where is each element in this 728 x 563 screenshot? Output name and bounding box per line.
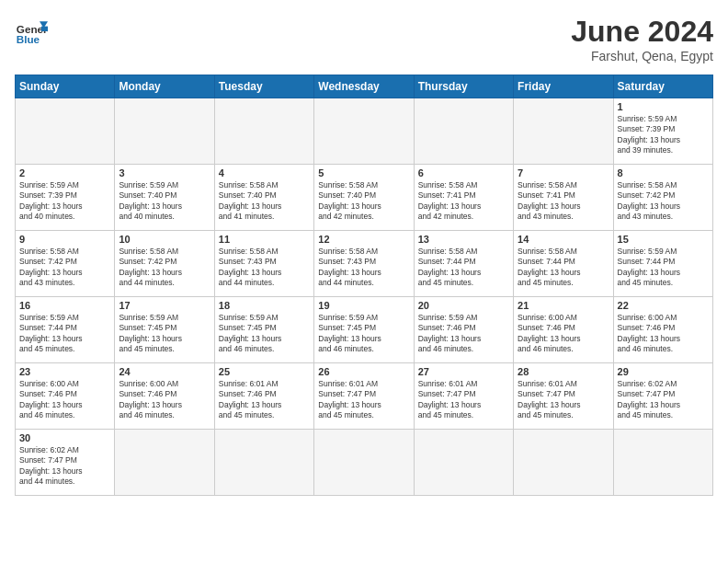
day-info: Sunrise: 5:59 AMSunset: 7:45 PMDaylight:… [119, 313, 210, 355]
calendar-cell: 21Sunrise: 6:00 AMSunset: 7:46 PMDayligh… [514, 297, 613, 363]
weekday-header-saturday: Saturday [613, 75, 712, 98]
day-number: 23 [19, 366, 110, 377]
calendar-row: 2Sunrise: 5:59 AMSunset: 7:39 PMDaylight… [16, 165, 713, 231]
day-number: 25 [219, 366, 310, 377]
svg-marker-3 [41, 27, 48, 31]
weekday-header-row: SundayMondayTuesdayWednesdayThursdayFrid… [16, 75, 713, 98]
day-info: Sunrise: 5:58 AMSunset: 7:44 PMDaylight:… [418, 247, 509, 289]
location-subtitle: Farshut, Qena, Egypt [571, 49, 713, 63]
day-number: 4 [219, 167, 310, 178]
calendar-cell: 22Sunrise: 6:00 AMSunset: 7:46 PMDayligh… [613, 297, 712, 363]
day-info: Sunrise: 5:59 AMSunset: 7:44 PMDaylight:… [618, 247, 709, 289]
calendar-table: SundayMondayTuesdayWednesdayThursdayFrid… [15, 75, 713, 496]
day-info: Sunrise: 5:58 AMSunset: 7:43 PMDaylight:… [219, 247, 310, 289]
day-info: Sunrise: 5:59 AMSunset: 7:44 PMDaylight:… [19, 313, 110, 355]
day-info: Sunrise: 6:02 AMSunset: 7:47 PMDaylight:… [618, 379, 709, 421]
day-info: Sunrise: 6:00 AMSunset: 7:46 PMDaylight:… [19, 379, 110, 421]
svg-text:Blue: Blue [17, 33, 40, 45]
calendar-cell: 9Sunrise: 5:58 AMSunset: 7:42 PMDaylight… [16, 231, 115, 297]
calendar-cell: 12Sunrise: 5:58 AMSunset: 7:43 PMDayligh… [314, 231, 414, 297]
day-info: Sunrise: 5:59 AMSunset: 7:45 PMDaylight:… [219, 313, 310, 355]
calendar-cell: 14Sunrise: 5:58 AMSunset: 7:44 PMDayligh… [514, 231, 613, 297]
day-info: Sunrise: 5:58 AMSunset: 7:41 PMDaylight:… [518, 180, 609, 223]
day-number: 16 [19, 300, 110, 311]
calendar-row: 23Sunrise: 6:00 AMSunset: 7:46 PMDayligh… [16, 363, 713, 430]
day-number: 27 [418, 366, 509, 377]
day-info: Sunrise: 6:01 AMSunset: 7:47 PMDaylight:… [518, 379, 609, 421]
title-area: June 2024 Farshut, Qena, Egypt [571, 15, 713, 63]
day-number: 1 [618, 101, 709, 112]
day-number: 28 [518, 366, 609, 377]
day-number: 5 [318, 167, 409, 178]
page-header: General Blue June 2024 Farshut, Qena, Eg… [15, 15, 713, 63]
day-number: 26 [318, 366, 409, 377]
calendar-cell [314, 98, 414, 165]
weekday-header-sunday: Sunday [16, 75, 115, 98]
calendar-cell [414, 430, 513, 496]
day-number: 8 [618, 167, 709, 178]
calendar-cell: 15Sunrise: 5:59 AMSunset: 7:44 PMDayligh… [613, 231, 712, 297]
calendar-cell: 8Sunrise: 5:58 AMSunset: 7:42 PMDaylight… [613, 165, 712, 231]
day-info: Sunrise: 5:58 AMSunset: 7:41 PMDaylight:… [418, 180, 509, 223]
day-info: Sunrise: 5:59 AMSunset: 7:39 PMDaylight:… [618, 114, 709, 156]
calendar-cell [16, 98, 115, 165]
day-number: 11 [219, 234, 310, 245]
day-info: Sunrise: 5:58 AMSunset: 7:40 PMDaylight:… [318, 180, 409, 223]
day-info: Sunrise: 5:59 AMSunset: 7:40 PMDaylight:… [119, 180, 210, 223]
calendar-cell: 28Sunrise: 6:01 AMSunset: 7:47 PMDayligh… [514, 363, 613, 430]
day-info: Sunrise: 6:01 AMSunset: 7:47 PMDaylight:… [318, 379, 409, 421]
day-number: 30 [19, 432, 110, 443]
day-info: Sunrise: 5:59 AMSunset: 7:45 PMDaylight:… [318, 313, 409, 355]
day-number: 13 [418, 234, 509, 245]
day-number: 20 [418, 300, 509, 311]
calendar-cell [414, 98, 513, 165]
logo: General Blue [15, 15, 48, 48]
day-number: 22 [618, 300, 709, 311]
day-info: Sunrise: 5:59 AMSunset: 7:46 PMDaylight:… [418, 313, 509, 355]
day-number: 9 [19, 234, 110, 245]
calendar-cell: 27Sunrise: 6:01 AMSunset: 7:47 PMDayligh… [414, 363, 513, 430]
day-info: Sunrise: 6:00 AMSunset: 7:46 PMDaylight:… [119, 379, 210, 421]
calendar-cell: 20Sunrise: 5:59 AMSunset: 7:46 PMDayligh… [414, 297, 513, 363]
day-info: Sunrise: 5:59 AMSunset: 7:39 PMDaylight:… [19, 180, 110, 223]
calendar-cell [214, 98, 313, 165]
calendar-cell: 16Sunrise: 5:59 AMSunset: 7:44 PMDayligh… [16, 297, 115, 363]
calendar-row: 9Sunrise: 5:58 AMSunset: 7:42 PMDaylight… [16, 231, 713, 297]
calendar-cell: 17Sunrise: 5:59 AMSunset: 7:45 PMDayligh… [115, 297, 214, 363]
calendar-cell [613, 430, 712, 496]
calendar-cell: 23Sunrise: 6:00 AMSunset: 7:46 PMDayligh… [16, 363, 115, 430]
calendar-row: 1Sunrise: 5:59 AMSunset: 7:39 PMDaylight… [16, 98, 713, 165]
day-number: 10 [119, 234, 210, 245]
calendar-cell [115, 430, 214, 496]
weekday-header-wednesday: Wednesday [314, 75, 414, 98]
day-info: Sunrise: 5:58 AMSunset: 7:42 PMDaylight:… [618, 180, 709, 223]
calendar-cell: 11Sunrise: 5:58 AMSunset: 7:43 PMDayligh… [214, 231, 313, 297]
day-info: Sunrise: 5:58 AMSunset: 7:43 PMDaylight:… [318, 247, 409, 289]
day-info: Sunrise: 6:01 AMSunset: 7:47 PMDaylight:… [418, 379, 509, 421]
calendar-cell [214, 430, 313, 496]
day-number: 14 [518, 234, 609, 245]
calendar-cell: 24Sunrise: 6:00 AMSunset: 7:46 PMDayligh… [115, 363, 214, 430]
calendar-cell: 2Sunrise: 5:59 AMSunset: 7:39 PMDaylight… [16, 165, 115, 231]
day-info: Sunrise: 6:00 AMSunset: 7:46 PMDaylight:… [518, 313, 609, 355]
day-number: 19 [318, 300, 409, 311]
calendar-cell: 25Sunrise: 6:01 AMSunset: 7:46 PMDayligh… [214, 363, 313, 430]
day-number: 21 [518, 300, 609, 311]
calendar-cell: 3Sunrise: 5:59 AMSunset: 7:40 PMDaylight… [115, 165, 214, 231]
calendar-cell: 19Sunrise: 5:59 AMSunset: 7:45 PMDayligh… [314, 297, 414, 363]
day-number: 17 [119, 300, 210, 311]
day-number: 18 [219, 300, 310, 311]
weekday-header-thursday: Thursday [414, 75, 513, 98]
calendar-cell: 18Sunrise: 5:59 AMSunset: 7:45 PMDayligh… [214, 297, 313, 363]
day-number: 29 [618, 366, 709, 377]
day-number: 12 [318, 234, 409, 245]
day-info: Sunrise: 5:58 AMSunset: 7:40 PMDaylight:… [219, 180, 310, 223]
calendar-cell: 4Sunrise: 5:58 AMSunset: 7:40 PMDaylight… [214, 165, 313, 231]
day-number: 6 [418, 167, 509, 178]
calendar-cell [514, 430, 613, 496]
day-info: Sunrise: 6:02 AMSunset: 7:47 PMDaylight:… [19, 445, 110, 488]
weekday-header-monday: Monday [115, 75, 214, 98]
calendar-cell: 1Sunrise: 5:59 AMSunset: 7:39 PMDaylight… [613, 98, 712, 165]
logo-icon: General Blue [15, 15, 48, 48]
day-info: Sunrise: 6:00 AMSunset: 7:46 PMDaylight:… [618, 313, 709, 355]
